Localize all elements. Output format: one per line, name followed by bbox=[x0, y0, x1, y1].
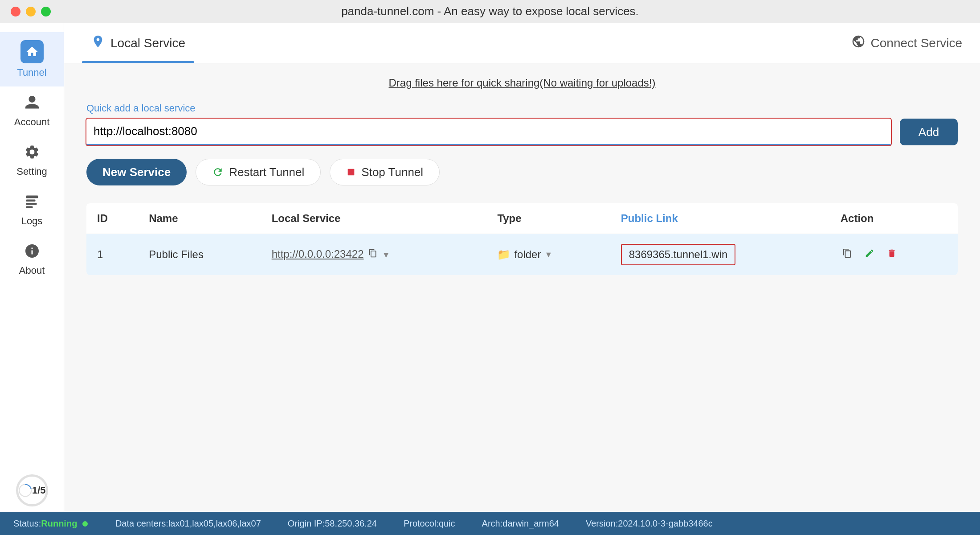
new-service-button[interactable]: New Service bbox=[86, 159, 187, 185]
table-row: 1 Public Files http://0.0.0.0:23422 ▼ bbox=[86, 234, 958, 276]
copy-local-service-button[interactable] bbox=[367, 247, 379, 262]
type-dropdown-arrow[interactable]: ▼ bbox=[544, 250, 552, 259]
limit-circle: 1/5 bbox=[16, 474, 48, 506]
add-button[interactable]: Add bbox=[900, 119, 958, 145]
stop-tunnel-button[interactable]: Stop Tunnel bbox=[330, 159, 440, 185]
row-type: 📁 folder ▼ bbox=[486, 234, 610, 276]
copy-public-link-button[interactable] bbox=[841, 247, 854, 263]
arch-value: darwin_arm64 bbox=[502, 519, 559, 528]
status-item: Status:Running bbox=[13, 519, 89, 529]
dropdown-arrow-local[interactable]: ▼ bbox=[382, 251, 390, 259]
stop-label: Stop Tunnel bbox=[361, 165, 423, 179]
local-service-tab-label: Local Service bbox=[110, 36, 185, 50]
sidebar-item-tunnel[interactable]: Tunnel bbox=[0, 32, 64, 86]
restart-label: Restart Tunnel bbox=[229, 165, 304, 179]
table-body: 1 Public Files http://0.0.0.0:23422 ▼ bbox=[86, 234, 958, 276]
col-local-service: Local Service bbox=[261, 203, 487, 234]
type-label: folder bbox=[514, 248, 541, 261]
service-table: ID Name Local Service Type Public Link A… bbox=[86, 203, 958, 275]
origin-ip-label: Origin IP: bbox=[288, 519, 325, 528]
svg-rect-3 bbox=[26, 206, 33, 209]
restart-icon bbox=[212, 166, 224, 178]
logs-label: Logs bbox=[21, 215, 43, 227]
origin-ip-value: 58.250.36.24 bbox=[325, 519, 377, 528]
arch-label: Arch: bbox=[482, 519, 503, 528]
col-id: ID bbox=[86, 203, 138, 234]
logs-icon bbox=[24, 193, 40, 212]
account-icon bbox=[24, 95, 40, 113]
col-action: Action bbox=[830, 203, 958, 234]
col-name: Name bbox=[138, 203, 261, 234]
version-value: 2024.10.0-3-gabb3466c bbox=[618, 519, 712, 528]
maximize-button[interactable] bbox=[41, 7, 51, 16]
limit-progress-ring bbox=[9, 483, 41, 497]
local-service-icon bbox=[91, 34, 105, 52]
folder-icon: 📁 bbox=[497, 248, 510, 261]
quick-add-row: Add bbox=[86, 119, 958, 145]
arch-item: Arch:darwin_arm64 bbox=[482, 519, 559, 529]
tab-local-service[interactable]: Local Service bbox=[82, 23, 194, 63]
local-service-link[interactable]: http://0.0.0.0:23422 bbox=[272, 248, 364, 260]
setting-icon bbox=[24, 144, 40, 162]
restart-tunnel-button[interactable]: Restart Tunnel bbox=[196, 159, 321, 185]
col-type: Type bbox=[486, 203, 610, 234]
status-value: Running bbox=[41, 519, 77, 528]
running-dot-icon bbox=[82, 520, 89, 527]
data-centers-label: Data centers: bbox=[115, 519, 168, 528]
svg-rect-0 bbox=[26, 196, 38, 198]
row-name: Public Files bbox=[138, 234, 261, 276]
tunnel-home-icon bbox=[20, 40, 44, 63]
main-content: Local Service Connect Service Drag files… bbox=[64, 23, 980, 535]
protocol-item: Protocol:quic bbox=[404, 519, 455, 529]
svg-point-7 bbox=[82, 521, 88, 527]
table-header: ID Name Local Service Type Public Link A… bbox=[86, 203, 958, 234]
col-public-link: Public Link bbox=[610, 203, 830, 234]
drag-banner: Drag files here for quick sharing(No wai… bbox=[86, 77, 958, 89]
sidebar-item-about[interactable]: About bbox=[0, 235, 64, 284]
protocol-value: quic bbox=[439, 519, 455, 528]
about-label: About bbox=[19, 265, 45, 276]
data-centers-item: Data centers:lax01,lax05,lax06,lax07 bbox=[115, 519, 261, 529]
minimize-button[interactable] bbox=[26, 7, 36, 16]
data-centers-value: lax01,lax05,lax06,lax07 bbox=[168, 519, 261, 528]
svg-rect-6 bbox=[348, 169, 355, 176]
connect-service-tab-label: Connect Service bbox=[871, 36, 962, 50]
public-link-value: 8369365.tunnel1.win bbox=[621, 244, 736, 265]
row-local-service: http://0.0.0.0:23422 ▼ bbox=[261, 234, 487, 276]
row-public-link: 8369365.tunnel1.win bbox=[610, 234, 830, 276]
row-actions bbox=[830, 234, 958, 276]
origin-ip-item: Origin IP:58.250.36.24 bbox=[288, 519, 377, 529]
action-buttons: New Service Restart Tunnel Stop Tunnel bbox=[86, 159, 958, 185]
window-title: panda-tunnel.com - An easy way to expose… bbox=[341, 4, 639, 18]
version-label: Version: bbox=[586, 519, 618, 528]
close-button[interactable] bbox=[11, 7, 20, 16]
quick-add-label: Quick add a local service bbox=[86, 103, 958, 114]
window-controls bbox=[11, 7, 51, 16]
tab-bar: Local Service Connect Service bbox=[64, 23, 980, 63]
tab-connect-service[interactable]: Connect Service bbox=[851, 34, 962, 52]
status-bar: Status:Running Data centers:lax01,lax05,… bbox=[0, 512, 980, 535]
account-label: Account bbox=[14, 116, 50, 128]
content-area: Drag files here for quick sharing(No wai… bbox=[64, 63, 980, 535]
status-label: Status: bbox=[13, 519, 41, 528]
tunnel-label: Tunnel bbox=[17, 67, 46, 78]
app-container: Tunnel Account Setting bbox=[0, 23, 980, 535]
quick-add-input[interactable] bbox=[86, 119, 891, 145]
protocol-label: Protocol: bbox=[404, 519, 439, 528]
sidebar-item-account[interactable]: Account bbox=[0, 86, 64, 136]
svg-rect-2 bbox=[26, 203, 37, 205]
stop-icon bbox=[346, 167, 356, 177]
row-id: 1 bbox=[86, 234, 138, 276]
version-item: Version:2024.10.0-3-gabb3466c bbox=[586, 519, 713, 529]
sidebar: Tunnel Account Setting bbox=[0, 23, 64, 535]
svg-rect-1 bbox=[26, 200, 35, 202]
about-icon bbox=[24, 243, 40, 261]
setting-label: Setting bbox=[16, 166, 47, 177]
edit-button[interactable] bbox=[863, 247, 876, 263]
delete-button[interactable] bbox=[885, 247, 898, 263]
connect-service-icon bbox=[851, 34, 866, 52]
titlebar: panda-tunnel.com - An easy way to expose… bbox=[0, 0, 980, 23]
sidebar-item-logs[interactable]: Logs bbox=[0, 185, 64, 235]
sidebar-item-setting[interactable]: Setting bbox=[0, 136, 64, 185]
